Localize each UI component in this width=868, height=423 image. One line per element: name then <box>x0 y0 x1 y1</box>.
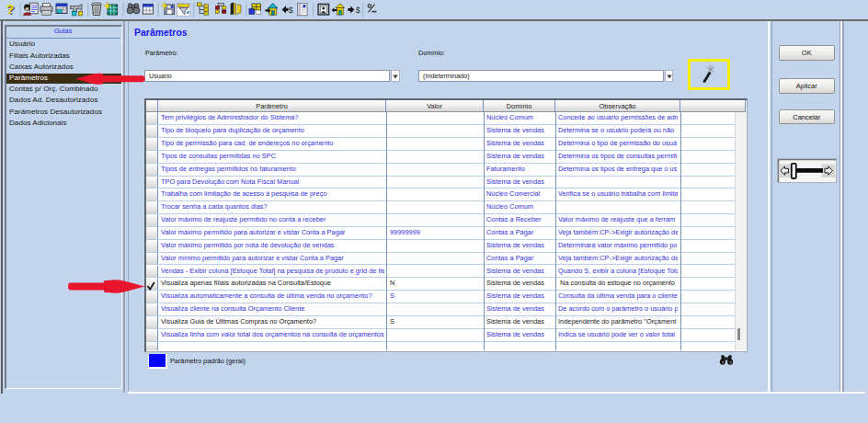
svg-text:?: ? <box>6 2 15 17</box>
svg-text:$: $ <box>356 6 360 15</box>
svg-text:$: $ <box>289 6 293 15</box>
